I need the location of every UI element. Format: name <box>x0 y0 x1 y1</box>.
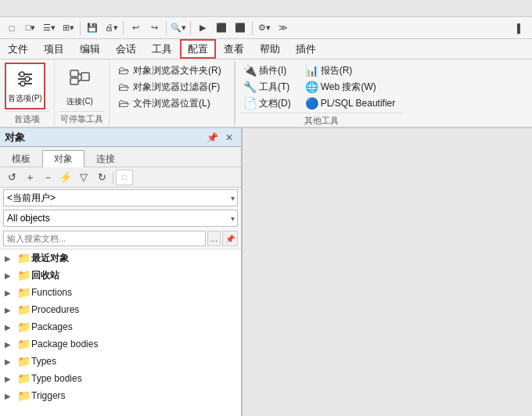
tree-item-recycle[interactable]: ▶ 📁 回收站 <box>0 267 241 284</box>
folder-icon-functions: 📁 <box>17 286 31 299</box>
menu-project[interactable]: 项目 <box>36 39 72 59</box>
menu-file[interactable]: 文件 <box>0 39 36 59</box>
tb-right-btn[interactable]: ▌ <box>512 20 529 37</box>
ptb-add-btn[interactable]: ＋ <box>21 170 38 185</box>
svg-rect-7 <box>70 78 78 84</box>
panel-pin-btn[interactable]: 📌 <box>205 131 219 145</box>
tb-menu-btn[interactable]: ☰▾ <box>41 20 58 37</box>
tree-label-types: Types <box>31 356 56 367</box>
folder-icon-procedures: 📁 <box>17 303 31 316</box>
other-col-right: 📊 报告(R) 🌐 Web 搜索(W) 🔵 PL/SQL Beautifier <box>302 63 399 111</box>
tree-label-package-bodies: Package bodies <box>31 339 98 350</box>
ptb-refresh-btn[interactable]: ↺ <box>3 170 20 185</box>
tb-redo-btn[interactable]: ↪ <box>146 20 163 37</box>
tools-btn[interactable]: 🔧 工具(T) <box>240 79 294 95</box>
folder-icon-packages: 📁 <box>17 321 31 333</box>
docs-label: 文档(D) <box>259 97 291 110</box>
panel-close-btn[interactable]: ✕ <box>222 131 236 145</box>
objects-dropdown[interactable]: All objects <box>3 210 238 227</box>
user-dropdown[interactable]: <当前用户> <box>3 189 238 206</box>
ribbon-group-connection-label: 可停靠工具 <box>59 111 104 127</box>
tree-label-procedures: Procedures <box>31 304 79 315</box>
plugin-label: 插件(I) <box>259 64 286 77</box>
menu-edit[interactable]: 编辑 <box>72 39 108 59</box>
plugin-icon: 🔌 <box>243 64 256 77</box>
menubar: 文件 项目 编辑 会话 工具 配置 查看 帮助 插件 <box>0 39 532 59</box>
tb-undo-btn[interactable]: ↩ <box>127 20 144 37</box>
sep5 <box>252 21 253 35</box>
tb-save-btn[interactable]: 💾 <box>84 20 101 37</box>
search-extra-btn[interactable]: ... <box>207 231 221 246</box>
tb-open-btn[interactable]: □▾ <box>22 20 39 37</box>
docs-btn[interactable]: 📄 文档(D) <box>240 95 294 111</box>
tb-settings-btn[interactable]: ⚙▾ <box>256 20 273 37</box>
preferences-button[interactable]: 首选项(P) <box>5 63 45 109</box>
tree-item-type-bodies[interactable]: ▶ 📁 Type bodies <box>0 370 241 387</box>
toolbar-row1: □ □▾ ☰▾ ⊞▾ 💾 🖨▾ ↩ ↪ 🔍▾ ▶ ⬛ ⬛ ⚙▾ ≫ ▌ <box>0 17 532 39</box>
plugin-btn[interactable]: 🔌 插件(I) <box>240 63 294 78</box>
tree-item-package-bodies[interactable]: ▶ 📁 Package bodies <box>0 335 241 353</box>
menu-view[interactable]: 查看 <box>216 39 252 59</box>
tree-item-procedures[interactable]: ▶ 📁 Procedures <box>0 301 241 318</box>
tree-item-triggers[interactable]: ▶ 📁 Triggers <box>0 387 241 404</box>
other-col-left: 🔌 插件(I) 🔧 工具(T) 📄 文档(D) <box>240 63 294 111</box>
docs-icon: 📄 <box>243 97 256 109</box>
ptb-filter-btn[interactable]: ▽ <box>75 170 92 185</box>
right-panel <box>243 128 532 416</box>
folder-icon-triggers: 📁 <box>17 389 31 402</box>
sep3 <box>166 21 167 35</box>
menu-config[interactable]: 配置 <box>180 39 216 59</box>
connection-button[interactable]: 连接(C) <box>59 63 100 109</box>
menu-help[interactable]: 帮助 <box>252 39 288 59</box>
tb-search-btn[interactable]: 🔍▾ <box>170 20 187 37</box>
search-input[interactable] <box>3 231 206 246</box>
tb-more-btn[interactable]: ≫ <box>275 20 292 37</box>
tb-commit-btn[interactable]: ⬛ <box>232 20 249 37</box>
tree-label-type-bodies: Type bodies <box>31 373 82 384</box>
menu-session[interactable]: 会话 <box>108 39 144 59</box>
tree-item-functions[interactable]: ▶ 📁 Functions <box>0 284 241 301</box>
svg-point-5 <box>20 81 25 86</box>
ptb-remove-btn[interactable]: － <box>39 170 56 185</box>
ribbon-group-connection: 连接(C) 可停靠工具 <box>55 59 110 127</box>
obj-browser-filter-btn[interactable]: 🗁 对象浏览器过滤器(F) <box>114 79 225 95</box>
tb-stop-btn[interactable]: ⬛ <box>213 20 230 37</box>
titlebar <box>0 0 532 17</box>
expander-triggers: ▶ <box>5 392 17 400</box>
svg-point-4 <box>25 77 30 81</box>
ptb-reload-btn[interactable]: ↻ <box>93 170 110 185</box>
tb-run-btn[interactable]: ▶ <box>194 20 211 37</box>
plsql-beautifier-btn[interactable]: 🔵 PL/SQL Beautifier <box>302 95 399 111</box>
obj-browser-folder-btn[interactable]: 🗁 对象浏览器文件夹(R) <box>114 63 225 78</box>
ribbon-group-dockable-content: 🗁 对象浏览器文件夹(R) 🗁 对象浏览器过滤器(F) 🗁 文件浏览器位置(L) <box>114 63 229 127</box>
panel-titlebar: 对象 📌 ✕ <box>0 128 241 147</box>
tb-new-btn[interactable]: □ <box>3 20 20 37</box>
expander-packages: ▶ <box>5 323 17 332</box>
sep1 <box>80 21 81 35</box>
ptb-lightning-btn[interactable]: ⚡ <box>57 170 74 185</box>
tree-label-packages: Packages <box>31 321 73 332</box>
folder-icon-recent: 📁 <box>17 252 31 264</box>
main-area: 对象 📌 ✕ 模板 对象 连接 ↺ ＋ － ⚡ ▽ ↻ □ <当前用户> <box>0 128 532 416</box>
tab-template[interactable]: 模板 <box>0 150 42 167</box>
menu-tools[interactable]: 工具 <box>144 39 180 59</box>
tools-label: 工具(T) <box>259 81 289 94</box>
ribbon-group-other-tools: 🔌 插件(I) 🔧 工具(T) 📄 文档(D) 📊 报告(R) <box>235 59 408 127</box>
tree-item-types[interactable]: ▶ 📁 Types <box>0 353 241 370</box>
search-pin-btn[interactable]: 📌 <box>222 231 238 246</box>
file-browser-pos-btn[interactable]: 🗁 文件浏览器位置(L) <box>114 95 225 111</box>
ribbon-group-preferences-label: 首选项 <box>5 111 49 127</box>
file-browser-pos-label: 文件浏览器位置(L) <box>133 97 210 110</box>
tree-item-recent[interactable]: ▶ 📁 最近对象 <box>0 249 241 267</box>
expander-package-bodies: ▶ <box>5 340 17 349</box>
tb-print-btn[interactable]: 🖨▾ <box>102 20 120 37</box>
websearch-btn[interactable]: 🌐 Web 搜索(W) <box>302 79 399 95</box>
tab-connection[interactable]: 连接 <box>84 150 127 167</box>
sliders-icon <box>15 69 35 92</box>
menu-plugin[interactable]: 插件 <box>288 39 324 59</box>
report-btn[interactable]: 📊 报告(R) <box>302 63 399 78</box>
tb-grid-btn[interactable]: ⊞▾ <box>59 20 77 37</box>
tab-object[interactable]: 对象 <box>42 150 84 167</box>
tree-item-packages[interactable]: ▶ 📁 Packages <box>0 318 241 335</box>
tree-label-functions: Functions <box>31 287 72 298</box>
